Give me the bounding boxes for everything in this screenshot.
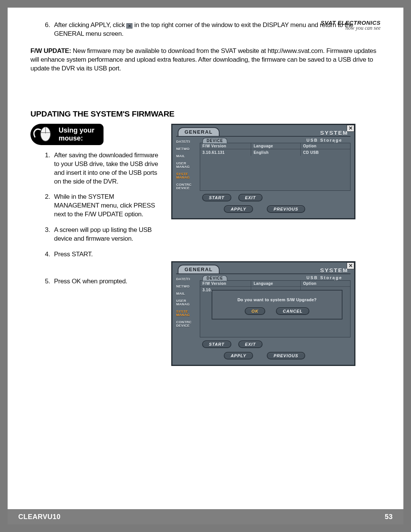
manual-page: SVAT ELECTRONICS now you can see After c… <box>8 8 403 524</box>
fw-step-4: Press START. <box>52 250 160 259</box>
dvr-tabrow: GENERAL SYSTEM <box>172 125 354 136</box>
sidebar-mail[interactable]: MAIL <box>176 153 198 160</box>
usb-storage-label: USB Storage <box>306 275 342 280</box>
footer-page-number: 53 <box>385 513 393 521</box>
sidebar-user-manage[interactable]: USER MANAG <box>176 297 198 308</box>
col-option: Option <box>301 281 350 287</box>
brand-slogan: now you can see <box>321 26 381 31</box>
fw-step-2: While in the SYSTEM MANAGEMENT menu, cli… <box>52 193 160 219</box>
device-tab[interactable]: DEVICE <box>202 275 227 281</box>
device-tab[interactable]: DEVICE <box>202 138 227 143</box>
fw-update-paragraph: F/W UPDATE: New firmware may be availabl… <box>30 47 381 73</box>
brand-block: SVAT ELECTRONICS now you can see <box>321 20 381 31</box>
dvr-screenshot-2: ✕ GENERAL SYSTEM M DATE/TI NETWO MAIL US… <box>171 261 355 366</box>
firmware-steps-list: After saving the downloaded firmware to … <box>30 151 160 286</box>
left-column: Using your mouse: After saving the downl… <box>30 124 160 288</box>
general-tab[interactable]: GENERAL <box>178 127 220 136</box>
close-icon[interactable]: ✕ <box>347 262 354 269</box>
table-row[interactable]: 3.10.61.131 English CD USB <box>200 149 350 156</box>
apply-button[interactable]: APPLY <box>224 352 253 359</box>
col-language: Language <box>251 281 301 287</box>
close-icon: ✕ <box>126 23 132 29</box>
sidebar-mail[interactable]: MAIL <box>176 290 198 297</box>
fw-update-text: New firmware may be available to downloa… <box>30 47 376 72</box>
using-mouse-badge: Using your mouse: <box>30 124 104 145</box>
brand-name: SVAT ELECTRONICS <box>321 20 381 26</box>
apply-previous-row: APPLY PREVIOUS <box>172 201 354 213</box>
dvr-sidebar: DATE/TI NETWO MAIL USER MANAG SYSTE MANA… <box>176 276 198 348</box>
col-fw-version: F/W Version <box>200 281 251 287</box>
sidebar-system-manage[interactable]: SYSTE MANAG <box>176 171 198 181</box>
start-exit-row: START EXIT <box>200 337 350 348</box>
dvr-screenshot-1: ✕ GENERAL SYSTEM M DATE/TI NETWO MAIL US… <box>171 124 355 219</box>
footer-product: CLEARVU10 <box>18 513 61 521</box>
exit-button[interactable]: EXIT <box>238 340 263 348</box>
sidebar-network[interactable]: NETWO <box>176 283 198 290</box>
dialog-button-row: OK CANCEL <box>216 307 338 315</box>
col-option: Option <box>301 143 350 149</box>
fw-update-label: F/W UPDATE: <box>30 47 71 54</box>
dvr-tabrow: GENERAL SYSTEM <box>172 262 354 273</box>
mouse-badge-text: Using your mouse: <box>59 126 94 142</box>
dvr-main-1: DEVICE USB Storage F/W Version Language … <box>200 138 350 201</box>
mouse-icon <box>33 126 54 143</box>
general-tab[interactable]: GENERAL <box>178 265 220 273</box>
exit-button[interactable]: EXIT <box>238 194 263 201</box>
previous-button[interactable]: PREVIOUS <box>267 352 305 359</box>
col-language: Language <box>251 143 301 149</box>
dialog-message: Do you want to system S/W Upgrade? <box>216 297 338 302</box>
system-label: SYSTEM <box>320 267 349 273</box>
cancel-button[interactable]: CANCEL <box>276 307 309 315</box>
dvr-sidebar: DATE/TI NETWO MAIL USER MANAG SYSTE MANA… <box>176 138 198 201</box>
col-fw-version: F/W Version <box>200 143 251 149</box>
previous-button[interactable]: PREVIOUS <box>267 205 305 213</box>
sidebar-control-device[interactable]: CONTRC DEVICE <box>176 181 198 192</box>
page-footer: CLEARVU10 53 <box>8 509 403 524</box>
apply-button[interactable]: APPLY <box>224 205 253 213</box>
sidebar-date[interactable]: DATE/TI <box>176 138 198 145</box>
ok-button[interactable]: OK <box>245 307 266 315</box>
sidebar-user-manage[interactable]: USER MANAG <box>176 160 198 171</box>
cell-fw-version: 3.10.61.131 <box>200 149 251 156</box>
fw-step-5: Press OK when prompted. <box>52 277 160 286</box>
cell-option: CD USB <box>301 149 350 156</box>
start-button[interactable]: START <box>202 194 231 201</box>
dvr-inner: DATE/TI NETWO MAIL USER MANAG SYSTE MANA… <box>176 273 350 348</box>
section-heading: UPDATING THE SYSTEM'S FIRMWARE <box>30 109 381 118</box>
two-column-layout: Using your mouse: After saving the downl… <box>30 124 381 366</box>
fw-step-1: After saving the downloaded firmware to … <box>52 151 160 186</box>
fw-step-3: A screen will pop up listing the USB dev… <box>52 226 160 243</box>
start-button[interactable]: START <box>202 340 231 348</box>
device-panel: DEVICE USB Storage F/W Version Language … <box>200 280 350 337</box>
close-icon[interactable]: ✕ <box>347 125 354 132</box>
cell-language: English <box>251 149 301 156</box>
sidebar-date[interactable]: DATE/TI <box>176 276 198 283</box>
device-panel: DEVICE USB Storage F/W Version Language … <box>200 143 350 191</box>
system-label: SYSTEM <box>320 129 349 136</box>
sidebar-system-manage[interactable]: SYSTE MANAG <box>176 308 198 319</box>
step-6-pre: After clicking APPLY, click <box>54 21 126 29</box>
sidebar-control-device[interactable]: CONTRC DEVICE <box>176 319 198 329</box>
upgrade-dialog: Do you want to system S/W Upgrade? OK CA… <box>212 290 342 320</box>
right-column: ✕ GENERAL SYSTEM M DATE/TI NETWO MAIL US… <box>171 124 381 366</box>
firmware-table: F/W Version Language Option 3.10.61.131 … <box>200 143 350 156</box>
usb-storage-label: USB Storage <box>306 138 342 142</box>
dvr-main-2: DEVICE USB Storage F/W Version Language … <box>200 276 350 348</box>
dvr-inner: DATE/TI NETWO MAIL USER MANAG SYSTE MANA… <box>176 136 350 201</box>
apply-previous-row: APPLY PREVIOUS <box>172 348 354 359</box>
sidebar-network[interactable]: NETWO <box>176 145 198 153</box>
start-exit-row: START EXIT <box>200 191 350 201</box>
